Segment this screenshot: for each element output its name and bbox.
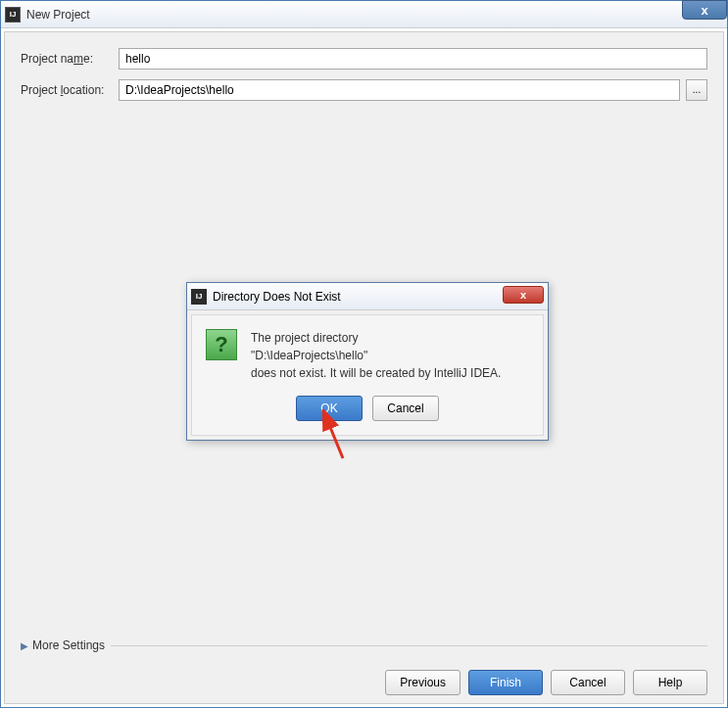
finish-button[interactable]: Finish	[468, 670, 543, 695]
previous-button[interactable]: Previous	[385, 670, 461, 695]
project-location-row: Project location: ...	[21, 79, 707, 101]
modal-line2: "D:\IdeaProjects\hello"	[251, 347, 501, 364]
modal-close-button[interactable]: x	[503, 286, 544, 304]
modal-content: ? The project directory "D:\IdeaProjects…	[206, 329, 529, 382]
titlebar: IJ New Project x	[1, 1, 727, 28]
project-name-label: Project name:	[21, 52, 119, 66]
cancel-button[interactable]: Cancel	[551, 670, 625, 695]
window-title: New Project	[26, 8, 90, 22]
project-location-input[interactable]	[119, 79, 680, 101]
modal-body: ? The project directory "D:\IdeaProjects…	[191, 314, 544, 436]
app-icon: IJ	[5, 7, 21, 23]
divider	[111, 645, 707, 646]
project-name-row: Project name:	[21, 48, 707, 70]
project-name-input[interactable]	[119, 48, 707, 70]
modal-line1: The project directory	[251, 329, 501, 347]
more-settings-label: More Settings	[32, 638, 105, 652]
modal-message: The project directory "D:\IdeaProjects\h…	[251, 329, 501, 382]
modal-title: Directory Does Not Exist	[213, 290, 341, 304]
help-button[interactable]: Help	[633, 670, 707, 695]
modal-app-icon: IJ	[191, 289, 207, 305]
chevron-right-icon: ▶	[21, 640, 28, 651]
directory-not-exist-dialog: IJ Directory Does Not Exist x ? The proj…	[186, 282, 549, 441]
modal-buttons: OK Cancel	[206, 396, 529, 421]
project-location-label: Project location:	[21, 83, 119, 97]
modal-titlebar: IJ Directory Does Not Exist x	[187, 283, 548, 310]
window-close-button[interactable]: x	[682, 0, 727, 20]
more-settings-toggle[interactable]: ▶ More Settings	[21, 638, 707, 652]
ok-button[interactable]: OK	[296, 396, 363, 421]
footer-buttons: Previous Finish Cancel Help	[385, 670, 707, 695]
browse-button[interactable]: ...	[686, 79, 707, 101]
question-icon: ?	[206, 329, 237, 360]
modal-cancel-button[interactable]: Cancel	[372, 396, 439, 421]
modal-line3: does not exist. It will be created by In…	[251, 364, 501, 382]
